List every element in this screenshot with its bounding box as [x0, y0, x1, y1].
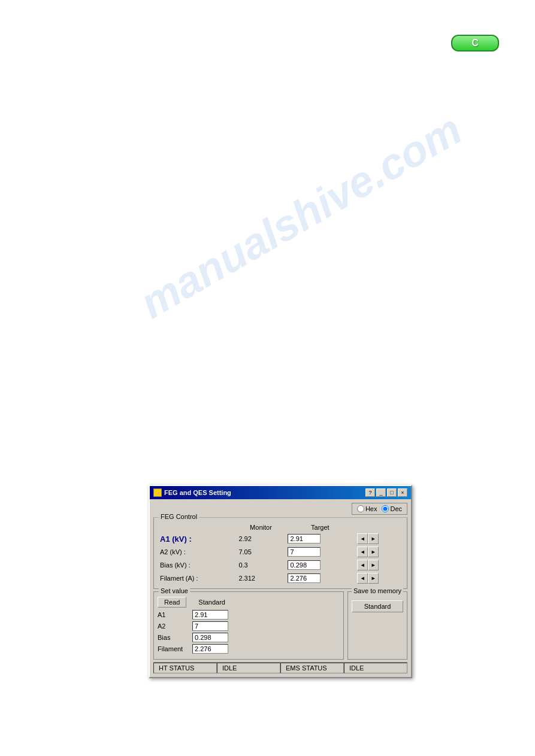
set-value-row-label: A1	[158, 611, 188, 618]
dialog-body: Hex Dec FEG Control Monitor	[150, 499, 411, 677]
radio-group: Hex Dec	[352, 503, 407, 515]
monitor-col-header: Monitor	[236, 523, 285, 532]
set-value-row: Bias	[158, 633, 340, 642]
feg-target-input[interactable]	[288, 547, 321, 557]
feg-row-label: A2 (kV) :	[158, 545, 236, 558]
feg-monitor-value: 7.05	[236, 545, 285, 558]
set-value-rows: A1A2BiasFilament	[158, 610, 340, 654]
set-value-input[interactable]	[192, 644, 228, 654]
minimize-button[interactable]: _	[376, 488, 386, 497]
hex-radio-item[interactable]: Hex	[357, 505, 377, 512]
feg-monitor-value: 2.312	[236, 572, 285, 585]
dialog-window: ⚡ FEG and QES Setting ? _ □ × Hex D	[149, 485, 412, 678]
increment-button[interactable]: ►	[368, 546, 379, 557]
title-bar-left: ⚡ FEG and QES Setting	[153, 488, 231, 497]
feg-target-input[interactable]	[288, 560, 321, 570]
feg-table: Monitor Target A1 (kV) :2.92◄►A2 (kV) :7…	[158, 523, 403, 585]
status-label: HT STATUS	[153, 663, 217, 673]
title-bar: ⚡ FEG and QES Setting ? _ □ ×	[150, 486, 411, 499]
help-button[interactable]: ?	[365, 488, 375, 497]
set-value-row: Filament	[158, 644, 340, 654]
arrow-buttons: ◄►	[357, 573, 401, 584]
status-label: EMS STATUS	[280, 663, 344, 673]
read-button[interactable]: Read	[158, 597, 186, 608]
feg-row: Filamert (A) :2.312◄►	[158, 572, 403, 585]
standard-button[interactable]: Standard	[352, 600, 403, 612]
c-button-label: C	[471, 38, 479, 48]
arrow-buttons: ◄►	[357, 560, 401, 570]
dec-label: Dec	[390, 505, 402, 512]
set-value-input[interactable]	[192, 633, 228, 642]
standard-col-header: Standard	[198, 599, 225, 606]
watermark: manualshive.com	[132, 104, 470, 327]
decrement-button[interactable]: ◄	[357, 560, 368, 570]
set-value-group: Set value Read Standard A1A2BiasFilament	[153, 591, 344, 660]
feg-monitor-value: 0.3	[236, 558, 285, 572]
feg-row: Bias (kV) :0.3◄►	[158, 558, 403, 572]
set-value-input[interactable]	[192, 621, 228, 631]
set-value-input[interactable]	[192, 610, 228, 620]
save-memory-label: Save to memory	[352, 587, 403, 594]
feg-target-input[interactable]	[288, 534, 321, 544]
set-value-row-label: Bias	[158, 634, 188, 641]
decrement-button[interactable]: ◄	[357, 573, 368, 584]
feg-row-label: Filamert (A) :	[158, 572, 236, 585]
target-col-header: Target	[285, 523, 355, 532]
arrow-buttons: ◄►	[357, 533, 401, 544]
set-value-row: A2	[158, 621, 340, 631]
increment-button[interactable]: ►	[368, 573, 379, 584]
set-value-label: Set value	[159, 587, 190, 594]
status-value: IDLE	[344, 663, 407, 673]
feg-row: A1 (kV) :2.92◄►	[158, 532, 403, 545]
set-value-header: Read Standard	[158, 597, 340, 608]
title-bar-text: FEG and QES Setting	[164, 489, 231, 496]
hex-radio[interactable]	[357, 505, 364, 512]
dec-radio[interactable]	[382, 505, 389, 512]
status-value: IDLE	[217, 663, 280, 673]
feg-row-label: Bias (kV) :	[158, 558, 236, 572]
feg-control-group: FEG Control Monitor Target A1 (kV) :2.92…	[153, 517, 407, 589]
feg-control-label: FEG Control	[159, 513, 199, 520]
title-bar-buttons: ? _ □ ×	[365, 488, 407, 497]
feg-monitor-value: 2.92	[236, 532, 285, 545]
close-button[interactable]: ×	[398, 488, 407, 497]
set-value-row-label: A2	[158, 623, 188, 630]
bottom-section: Set value Read Standard A1A2BiasFilament…	[153, 591, 407, 660]
feg-row: A2 (kV) :7.05◄►	[158, 545, 403, 558]
hex-label: Hex	[365, 505, 377, 512]
maximize-button[interactable]: □	[387, 488, 397, 497]
status-bar: HT STATUSIDLEEMS STATUSIDLE	[153, 662, 407, 673]
arrow-buttons: ◄►	[357, 546, 401, 557]
feg-target-input[interactable]	[288, 573, 321, 583]
increment-button[interactable]: ►	[368, 560, 379, 570]
c-button[interactable]: C	[451, 35, 499, 51]
decrement-button[interactable]: ◄	[357, 533, 368, 544]
decrement-button[interactable]: ◄	[357, 546, 368, 557]
save-memory-group: Save to memory Standard	[347, 591, 407, 660]
dec-radio-item[interactable]: Dec	[382, 505, 402, 512]
title-bar-icon: ⚡	[153, 488, 162, 497]
increment-button[interactable]: ►	[368, 533, 379, 544]
set-value-row-label: Filament	[158, 645, 188, 652]
feg-row-label: A1 (kV) :	[160, 535, 192, 544]
set-value-row: A1	[158, 610, 340, 620]
